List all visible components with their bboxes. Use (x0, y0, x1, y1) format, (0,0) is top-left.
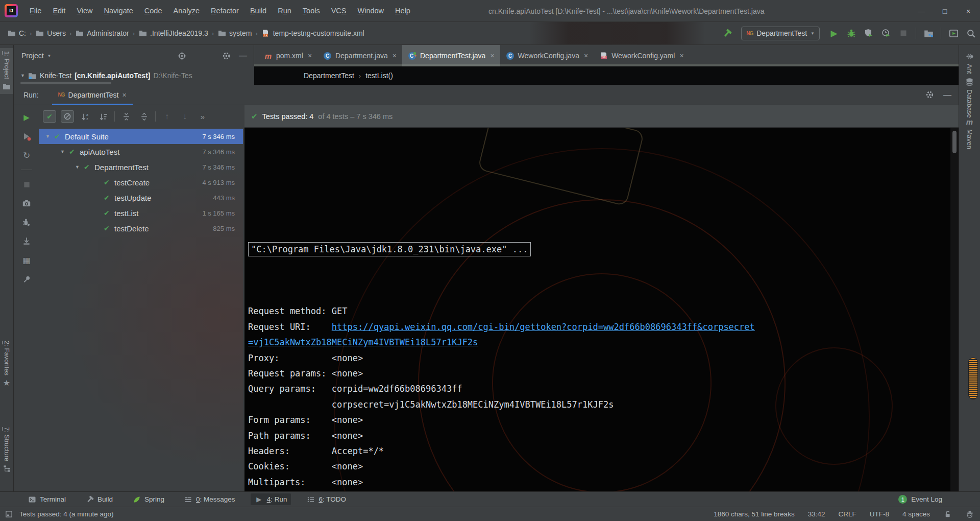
path-item[interactable]: system (217, 29, 252, 38)
close-icon[interactable]: × (584, 52, 588, 60)
expand-arrow-icon[interactable]: ▼ (75, 164, 84, 170)
folded-command-line[interactable]: "C:\Program Files\Java\jdk1.8.0_231\bin\… (248, 242, 531, 256)
show-ignored-button[interactable] (61, 110, 74, 123)
project-structure-icon[interactable] (923, 28, 934, 38)
next-failed-button[interactable]: ↓ (178, 110, 191, 123)
test-tree-row[interactable]: ▼✔apiAutoTest7 s 346 ms (39, 144, 243, 159)
unlocked-icon[interactable] (943, 510, 952, 518)
toggle-auto-test-button[interactable]: ↻ (21, 150, 32, 161)
menu-analyze[interactable]: Analyze (169, 5, 205, 17)
caret-position[interactable]: 33:42 (808, 510, 825, 518)
run-button[interactable]: ▶ (829, 28, 839, 38)
editor-tab[interactable]: mpom.xml× (258, 45, 317, 66)
event-log-button[interactable]: 1 Event Log (898, 495, 942, 504)
menu-build[interactable]: Build (246, 5, 271, 17)
chevron-down-icon[interactable]: ▼ (47, 54, 52, 58)
horizontal-scrollbar[interactable] (20, 82, 111, 84)
toolwindow-button-6-todo[interactable]: 6: TODO (302, 493, 350, 505)
toolwindow-button-build[interactable]: Build (81, 493, 117, 505)
inspections-profile-icon[interactable] (965, 510, 974, 518)
line-ending[interactable]: CRLF (838, 510, 856, 518)
debug-icon[interactable] (846, 28, 856, 38)
expand-arrow-icon[interactable]: ▼ (60, 149, 69, 154)
menu-file[interactable]: File (25, 5, 46, 17)
indent-size[interactable]: 4 spaces (902, 510, 930, 518)
encoding[interactable]: UTF-8 (870, 510, 889, 518)
run-anything-icon[interactable] (948, 28, 959, 38)
run-configuration-select[interactable]: NG DepartmentTest ▼ (741, 27, 820, 40)
close-icon[interactable]: × (393, 52, 397, 60)
maximize-icon[interactable]: □ (933, 0, 957, 22)
breadcrumb-class[interactable]: DepartmentTest (304, 72, 354, 80)
stripe-item-maven[interactable]: mMaven (959, 114, 980, 152)
test-tree-row[interactable]: ▼✔DepartmentTest7 s 346 ms (39, 159, 243, 175)
more-button[interactable]: » (196, 110, 209, 123)
editor-tab[interactable]: CWeworkConfig.java× (500, 45, 594, 66)
show-passed-button[interactable]: ✔ (43, 110, 56, 123)
path-item[interactable]: Users (35, 29, 66, 38)
expand-arrow-icon[interactable]: ▼ (45, 134, 54, 139)
stop-button[interactable] (21, 179, 32, 190)
test-tree-row[interactable]: ✔testDelete825 ms (39, 221, 243, 236)
path-item[interactable]: .IntelliJIdea2019.3 (138, 29, 208, 38)
hide-panel-icon[interactable]: — (943, 90, 951, 100)
toolwindow-button-terminal[interactable]: Terminal (23, 493, 70, 505)
collapse-all-button[interactable] (137, 110, 151, 123)
menu-window[interactable]: Window (353, 5, 389, 17)
toolwindow-button-0-messages[interactable]: 0: Messages (180, 493, 239, 505)
close-icon[interactable]: × (490, 52, 494, 60)
console-output[interactable]: "C:\Program Files\Java\jdk1.8.0_231\bin\… (244, 128, 950, 491)
console-link[interactable]: https://qyapi.weixin.qq.com/cgi-bin/gett… (332, 322, 755, 332)
expand-all-button[interactable] (119, 110, 133, 123)
attach-bug-button[interactable] (21, 217, 32, 228)
thread-dump-button[interactable] (21, 198, 32, 209)
pin-tab-button[interactable] (21, 273, 32, 285)
path-item[interactable]: C: (7, 29, 26, 38)
locate-file-icon[interactable] (177, 51, 186, 60)
menu-view[interactable]: View (72, 5, 97, 17)
expand-arrow-icon[interactable]: ▼ (20, 73, 25, 78)
close-icon[interactable]: × (957, 0, 980, 22)
close-icon[interactable]: × (308, 52, 312, 60)
build-hammer-icon[interactable] (722, 28, 732, 38)
toolwindow-toggle-icon[interactable] (5, 510, 13, 518)
path-item[interactable]: temp-testng-customsuite.xml (261, 29, 364, 38)
run-tab[interactable]: NG DepartmentTest × (52, 85, 133, 105)
stripe-item-2-favorites[interactable]: 2: Favorites★ (0, 338, 13, 390)
project-root-node[interactable]: ▼ Knife-Test [cn.Knife.apiAutoTest] D:\K… (14, 66, 254, 85)
minimize-icon[interactable]: — (910, 0, 933, 22)
editor-tab[interactable]: CDepartmentTest.java× (402, 45, 500, 66)
test-tree-row[interactable]: ✔testUpdate443 ms (39, 190, 243, 205)
editor-tab[interactable]: CDepartment.java× (317, 45, 402, 66)
hide-panel-icon[interactable]: — (238, 51, 248, 60)
console-link[interactable]: =vj1C5akNwtxZb18MECiNZym4IVBTWEi18L57r1K… (248, 337, 478, 347)
import-tests-button[interactable] (21, 235, 32, 247)
stripe-item-7-structure[interactable]: 7: Structure (0, 424, 13, 476)
toolwindow-button-4-run[interactable]: ▶4: Run (251, 493, 291, 505)
editor-tab[interactable]: YMLWeworkConfig.yaml× (594, 45, 689, 66)
menu-edit[interactable]: Edit (48, 5, 70, 17)
previous-failed-button[interactable]: ↑ (160, 110, 174, 123)
test-tree-row[interactable]: ✔testList1 s 165 ms (39, 205, 243, 221)
breadcrumb-member[interactable]: testList() (365, 72, 393, 80)
scrollbar-thumb[interactable] (952, 131, 957, 153)
menu-refactor[interactable]: Refactor (206, 5, 243, 17)
menu-help[interactable]: Help (390, 5, 415, 17)
sort-by-duration-button[interactable] (96, 110, 110, 123)
close-icon[interactable]: × (122, 91, 126, 99)
menu-tools[interactable]: Tools (298, 5, 325, 17)
char-count[interactable]: 1860 chars, 51 line breaks (714, 510, 794, 518)
test-tree-row[interactable]: ✔testCreate4 s 913 ms (39, 175, 243, 190)
menu-navigate[interactable]: Navigate (100, 5, 138, 17)
toolwindow-button-spring[interactable]: Spring (128, 493, 168, 505)
restore-layout-button[interactable]: ▦ (21, 254, 32, 266)
menu-vcs[interactable]: VCS (327, 5, 351, 17)
menu-code[interactable]: Code (140, 5, 167, 17)
coverage-icon[interactable] (864, 28, 874, 38)
profiler-icon[interactable] (881, 28, 891, 38)
test-tree-row[interactable]: ▼✔Default Suite7 s 346 ms (39, 129, 243, 144)
menu-run[interactable]: Run (273, 5, 296, 17)
search-icon[interactable] (966, 28, 976, 38)
gear-icon[interactable] (925, 90, 934, 99)
stripe-item-ant[interactable]: Ant (959, 49, 980, 77)
